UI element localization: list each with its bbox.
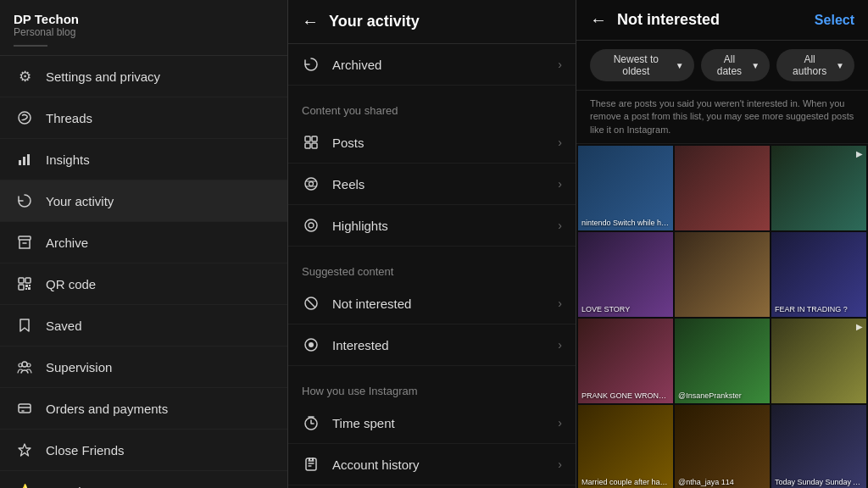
svg-rect-15 [19,404,31,413]
sidebar-item-your-activity[interactable]: Your activity [0,180,287,222]
sidebar-item-label: Threads [46,111,92,125]
svg-rect-30 [306,458,316,470]
authors-filter-button[interactable]: All authors ▼ [776,49,854,81]
grid-item-12[interactable]: Today Sunday Sunday Abhiya annatha Sunda… [771,405,866,488]
svg-rect-1 [19,160,21,165]
menu-item-account-history[interactable]: Account history › [288,444,576,485]
sidebar-item-label: Settings and privacy [46,69,160,84]
chevron-right-icon: › [558,177,562,191]
sidebar-item-orders[interactable]: Orders and payments [0,388,287,430]
chevron-right-icon: › [558,338,562,352]
grid-item-3[interactable]: ▶ [771,146,866,230]
your-activity-icon [15,191,34,210]
grid-item-7[interactable]: PRANK GONE WRONG 🔥 [578,319,673,403]
select-button[interactable]: Select [815,13,854,28]
sidebar-item-threads[interactable]: Threads [0,97,287,139]
svg-rect-18 [312,136,317,141]
highlights-icon [302,216,320,235]
middle-panel: ← Your activity Archived › Content you s… [288,0,576,488]
menu-item-label: Time spent [332,416,395,430]
svg-rect-7 [19,285,24,290]
filters-row: Newest to oldest ▼ All dates ▼ All autho… [576,41,868,91]
menu-item-label: Archived [332,58,381,72]
profile-sub: Personal blog [14,26,274,38]
account-history-icon [302,455,320,474]
middle-header: ← Your activity [288,0,576,44]
sidebar-item-label: Your activity [46,194,114,208]
menu-item-not-interested[interactable]: Not interested › [288,283,576,324]
sidebar-item-settings[interactable]: ⚙ Settings and privacy [0,56,287,97]
svg-rect-5 [19,278,24,283]
grid-item-6[interactable]: FEAR IN TRADING ? [771,232,866,317]
chevron-right-icon: › [558,136,562,149]
menu-item-interested[interactable]: Interested › [288,324,576,366]
grid-item-label: @InsanePrankster [678,391,766,400]
posts-icon [302,133,320,152]
right-header: ← Not interested Select [576,0,868,41]
back-button[interactable]: ← [302,12,319,31]
grid-item-4[interactable]: LOVE STORY [578,232,673,317]
close-friends-icon [15,441,34,459]
svg-rect-9 [29,285,31,286]
svg-line-26 [307,299,315,308]
grid-item-10[interactable]: Married couple after having a kid HUSBAN… [578,405,673,488]
chevron-right-icon: › [558,458,562,471]
menu-item-highlights[interactable]: Highlights › [288,205,576,247]
image-grid: nintendo Switch while he goes upstairs t… [576,144,868,488]
sidebar-item-favorites[interactable]: ⭐ Favorites [0,471,287,488]
grid-item-label: nintendo Switch while he goes upstairs t… [581,219,670,227]
menu-item-label: Account history [332,458,420,472]
favorites-icon: ⭐ [15,482,34,488]
menu-item-archived[interactable]: Archived › [288,44,576,86]
svg-rect-31 [312,458,314,461]
svg-point-12 [22,362,27,367]
section-label-suggested: Suggested content [288,253,576,283]
reels-icon [302,175,320,193]
video-icon: ▶ [856,322,863,331]
menu-item-posts[interactable]: Posts › [288,122,576,164]
svg-point-21 [305,178,317,190]
right-back-button[interactable]: ← [590,10,607,30]
grid-item-label: FEAR IN TRADING ? [775,305,863,313]
menu-item-reels[interactable]: Reels › [288,164,576,205]
grid-item-11[interactable]: @ntha_jaya 114 [675,405,770,488]
chevron-right-icon: › [558,58,562,71]
sort-filter-button[interactable]: Newest to oldest ▼ [590,49,694,81]
sidebar-item-qr-code[interactable]: QR code [0,263,287,305]
panel-title: Your activity [329,13,420,30]
grid-item-2[interactable] [675,146,770,230]
saved-icon [15,316,34,335]
grid-item-1[interactable]: nintendo Switch while he goes upstairs t… [578,146,673,230]
grid-item-label: PRANK GONE WRONG 🔥 [581,391,670,400]
grid-item-label: @ntha_jaya 114 [678,478,766,486]
svg-point-22 [309,182,314,186]
sort-filter-label: Newest to oldest [600,53,672,77]
sidebar-item-saved[interactable]: Saved [0,305,287,347]
not-interested-icon [302,294,320,313]
svg-rect-6 [25,278,31,283]
sidebar-item-label: Saved [46,319,82,333]
chevron-right-icon: › [558,416,562,430]
grid-item-label: Married couple after having a kid HUSBAN… [581,478,670,486]
sidebar-item-label: Supervision [46,360,112,374]
info-description: These are posts you said you weren't int… [576,91,868,144]
grid-item-label: LOVE STORY [581,305,670,313]
authors-filter-label: All authors [787,53,832,77]
section-label-content: Content you shared [288,92,576,122]
menu-item-label: Posts [332,136,364,150]
sidebar-item-insights[interactable]: Insights [0,139,287,180]
supervision-icon [15,358,34,376]
sidebar-item-label: Archive [46,236,88,250]
grid-item-9[interactable]: ▶ [771,319,866,403]
menu-item-time-spent[interactable]: Time spent › [288,402,576,444]
sort-filter-arrow: ▼ [676,61,684,70]
svg-rect-17 [305,136,310,141]
time-spent-icon [302,413,320,432]
sidebar-item-supervision[interactable]: Supervision [0,347,287,388]
section-label-how-use: How you use Instagram [288,373,576,402]
grid-item-8[interactable]: @InsanePrankster [675,319,770,403]
sidebar-item-archive[interactable]: Archive [0,222,287,263]
grid-item-5[interactable] [675,232,770,317]
dates-filter-button[interactable]: All dates ▼ [701,49,771,81]
sidebar-item-close-friends[interactable]: Close Friends [0,430,287,471]
